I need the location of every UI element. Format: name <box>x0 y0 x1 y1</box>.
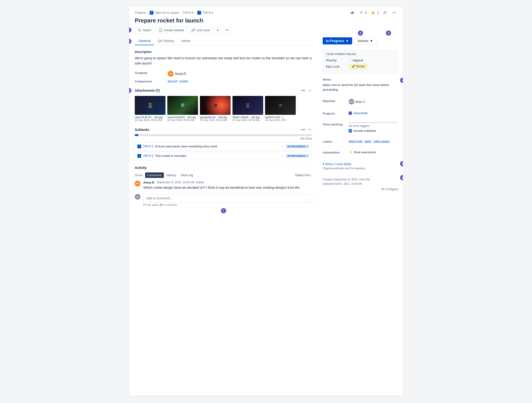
chevron-down-icon: ▾ <box>323 162 324 166</box>
show-more-fields-button[interactable]: ▾ Show 2 more fields <box>323 161 351 167</box>
left-panel: 9 General QA Testing Admin Description W… <box>129 33 318 210</box>
status-dropdown-button[interactable]: In Progress ▼ <box>323 37 352 44</box>
attachment-item-1[interactable]: 👨‍🚀 nasa-OLlj17tU... ash.jpg 18 Sep 2020… <box>135 96 165 121</box>
label-earth[interactable]: earth <box>364 139 372 143</box>
status-chevron-icon: ▼ <box>346 39 349 43</box>
component-rocket[interactable]: rocket <box>179 79 188 83</box>
show-more-section: 5 ▾ Show 2 more fields Original estimate… <box>323 161 398 170</box>
watch-button[interactable]: 👁 <box>358 10 364 15</box>
projects-value: Spaceship <box>348 111 398 115</box>
share-button[interactable]: 🔗 <box>382 10 388 15</box>
tabs: General QA Testing Admin <box>135 37 312 45</box>
attachment-name-3: ganapathy-ku... ash.jpg <box>200 116 231 119</box>
comment-input[interactable] <box>143 194 312 202</box>
subtask-priority-2: ↑ <box>282 154 284 158</box>
attachment-date-4: 18 Sep 2020, 09:42 AM <box>233 119 263 121</box>
attachment-item-5[interactable]: 🌌 guillermo-ferl... i 18 Sep 2020, 09:4 <box>265 96 296 121</box>
attachments-actions: ••• + <box>300 88 312 93</box>
toolbar-dropdown-button[interactable]: ▾ <box>215 27 222 33</box>
toolbar-more-button[interactable]: ••• <box>223 27 231 33</box>
updated-meta: Updated April 9, 2021, 9:38 AM <box>323 182 398 185</box>
badge-7: 7 <box>221 208 226 213</box>
breadcrumb: Projects / T Take me to space / TMTS-4 /… <box>135 11 214 15</box>
reporter-name: Bran Y. <box>356 100 365 104</box>
top-right-actions: 📣 👁 2 👍 1 🔗 ••• <box>349 10 397 15</box>
attachment-item-4[interactable]: 👩‍🚀 niketh-vellank... ash.jpg 18 Sep 202… <box>233 96 263 121</box>
attachments-more-button[interactable]: ••• <box>300 88 306 93</box>
project-link[interactable]: Spaceship <box>353 111 368 115</box>
create-subtask-button[interactable]: 📋 Create subtask <box>156 27 187 33</box>
subtask-priority-1: ↑ <box>282 145 284 148</box>
filter-comments[interactable]: Comments <box>145 172 164 178</box>
comment-author-1: Anna R. <box>143 181 155 184</box>
priority-value: ↑ Highest <box>349 58 363 62</box>
updated-label: Updated <box>323 182 334 185</box>
attachment-date-1: 18 Sep 2020, 09:44 AM <box>135 119 165 121</box>
subtasks-add-button[interactable]: + <box>308 127 312 132</box>
epic-link-button[interactable]: 🚀 Rocket <box>349 64 367 69</box>
current-user-avatar: U <box>135 194 140 200</box>
configure-row: ⚙ Configure <box>323 187 398 191</box>
subtasks-more-button[interactable]: ••• <box>300 127 306 132</box>
subtask-status-2[interactable]: IN PROGRESS ▾ <box>285 154 310 158</box>
like-button[interactable]: 👍 <box>370 10 376 15</box>
description-text: We're going to space! We need to ensure … <box>135 56 312 66</box>
tab-admin[interactable]: Admin <box>177 37 195 45</box>
include-subtasks-label: Include subtasks <box>353 129 376 132</box>
right-panel: 2 3 In Progress ▼ Actions ▼ <box>318 33 403 210</box>
breadcrumb-projects[interactable]: Projects <box>135 11 146 14</box>
attachments-add-button[interactable]: + <box>308 88 312 93</box>
activity-filters-row: Show: Comments History Work log Oldest f… <box>135 172 312 178</box>
attachment-item-3[interactable]: 🌑 ganapathy-ku... ash.jpg 18 Sep 2020, 0… <box>200 96 231 121</box>
projects-label: Projects <box>323 111 348 115</box>
status-bar: 2 3 In Progress ▼ Actions ▼ <box>323 37 398 45</box>
comment-text-1: Which rocket design have we decided on? … <box>143 185 312 190</box>
actions-dropdown-button[interactable]: Actions ▼ <box>354 37 377 45</box>
comment-date-1: September 8, 2020, 10:09 AM <box>157 181 194 184</box>
breadcrumb-issue-key-1[interactable]: TMTS-4 <box>183 11 194 14</box>
attach-button[interactable]: 📎 Attach <box>135 27 154 33</box>
progress-label: 0% Done <box>135 137 312 140</box>
attachment-thumb-5: 🌌 <box>265 96 296 115</box>
component-launch[interactable]: launch <box>168 79 177 83</box>
subtask-row-2[interactable]: ✓ TMTS-3 Test rocket in simulator ↑ IN P… <box>135 152 312 160</box>
content-layout: 9 General QA Testing Admin Description W… <box>129 33 403 210</box>
reporter-value: BY Bran Y. <box>348 99 398 104</box>
activity-title: Activity <box>135 166 147 170</box>
attachment-date-3: 18 Sep 2020, 09:43 AM <box>200 119 231 121</box>
subtask-title-1: Ensure astronauts have everything they n… <box>155 145 217 148</box>
time-tracking-bar <box>348 122 398 123</box>
tab-qa-testing[interactable]: QA Testing <box>154 37 177 45</box>
breadcrumb-project-name[interactable]: Take me to space <box>155 11 179 14</box>
subtask-row-1[interactable]: ✓ TMTS-2 Ensure astronauts have everythi… <box>135 142 312 151</box>
attachments-header: 8 Attachments (7) ••• + <box>135 88 312 93</box>
label-black-hole[interactable]: black-hole <box>348 139 362 143</box>
attachment-item-2[interactable]: 🌍 nasa-Q1p7bh3... ash.jpg 18 Sep 2020, 0… <box>167 96 198 121</box>
filter-worklog[interactable]: Work log <box>179 172 195 178</box>
automation-text: Rule executions <box>354 150 376 154</box>
time-tracking-section: Time tracking No time logged Include sub… <box>323 122 398 136</box>
time-tracking-label: Time tracking <box>323 122 348 126</box>
filter-history[interactable]: History <box>165 172 178 178</box>
tab-general[interactable]: General <box>135 37 154 45</box>
label-outer-space[interactable]: outer-space <box>374 139 390 143</box>
link-issue-button[interactable]: 🔗 Link issue <box>189 27 213 33</box>
automation-label: Automation <box>323 150 348 154</box>
badge-6: 6 <box>400 175 403 180</box>
activity-section: Activity Show: Comments History Work log… <box>135 166 312 206</box>
breadcrumb-issue-key-2[interactable]: TMTS-1 <box>203 11 214 14</box>
announcement-button[interactable]: 📣 <box>349 10 355 15</box>
comment-tip: Pro tip: press M to comment <box>143 203 312 206</box>
sort-button[interactable]: Oldest first ↑ <box>295 173 312 177</box>
subtask-status-1[interactable]: IN PROGRESS ▾ <box>285 144 310 149</box>
attachments-grid: 👨‍🚀 nasa-OLlj17tU... ash.jpg 18 Sep 2020… <box>135 96 312 121</box>
created-meta: Created September 8, 2020, 9:42 AM <box>323 178 398 181</box>
notes-text: Make sure to send the QA team this issue… <box>323 83 398 92</box>
include-subtasks-checkbox[interactable] <box>348 129 352 132</box>
more-options-button[interactable]: ••• <box>391 10 397 15</box>
attachment-thumb-2: 🌍 <box>167 96 198 115</box>
subtask-left-1: ✓ TMTS-2 Ensure astronauts have everythi… <box>137 145 217 148</box>
like-count-badge: 1 <box>377 11 379 14</box>
badge-5: 5 <box>400 161 403 166</box>
configure-button[interactable]: ⚙ Configure <box>381 187 398 191</box>
